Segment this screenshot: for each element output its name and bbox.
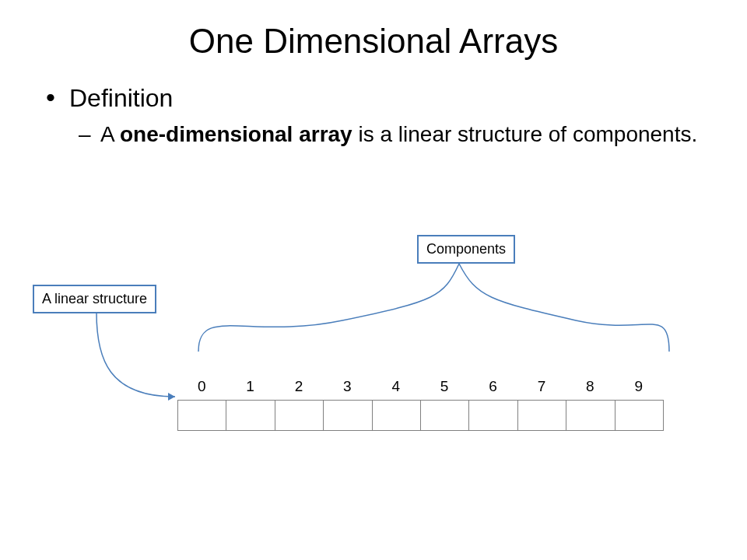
array-cells-row xyxy=(177,400,664,431)
index-label: 9 xyxy=(615,378,663,395)
array-diagram: Components A linear structure 0 1 2 3 4 … xyxy=(0,227,747,523)
index-label: 1 xyxy=(226,378,274,395)
index-label: 2 xyxy=(275,378,323,395)
array-cell xyxy=(615,400,664,431)
array-cell xyxy=(517,400,566,431)
arrow-head-icon xyxy=(168,393,175,401)
array-cell xyxy=(275,400,323,431)
index-label: 7 xyxy=(517,378,566,395)
array-cell xyxy=(468,400,517,431)
index-label: 4 xyxy=(372,378,420,395)
arrow-linear-structure xyxy=(96,313,175,397)
index-label: 6 xyxy=(468,378,517,395)
def-prefix: A xyxy=(100,122,120,146)
index-label: 8 xyxy=(566,378,614,395)
def-bold-term: one-dimensional array xyxy=(120,122,352,146)
array-table-wrap: 0 1 2 3 4 5 6 7 8 9 xyxy=(177,378,664,431)
array-cell xyxy=(323,400,371,431)
bullet-definition: Definition xyxy=(43,84,747,113)
array-cell xyxy=(226,400,274,431)
index-label: 3 xyxy=(323,378,371,395)
index-row: 0 1 2 3 4 5 6 7 8 9 xyxy=(177,378,664,395)
diagram-connectors xyxy=(0,227,747,523)
array-cell xyxy=(420,400,468,431)
index-label: 5 xyxy=(420,378,468,395)
array-cell xyxy=(177,400,226,431)
array-cell xyxy=(566,400,614,431)
array-cell xyxy=(372,400,420,431)
slide-title: One Dimensional Arrays xyxy=(0,0,747,84)
def-suffix: is a linear structure of components. xyxy=(352,122,698,146)
bullet-definition-text: A one-dimensional array is a linear stru… xyxy=(43,113,738,148)
brace-components xyxy=(198,264,669,352)
index-label: 0 xyxy=(177,378,226,395)
content-area: Definition A one-dimensional array is a … xyxy=(0,84,747,148)
